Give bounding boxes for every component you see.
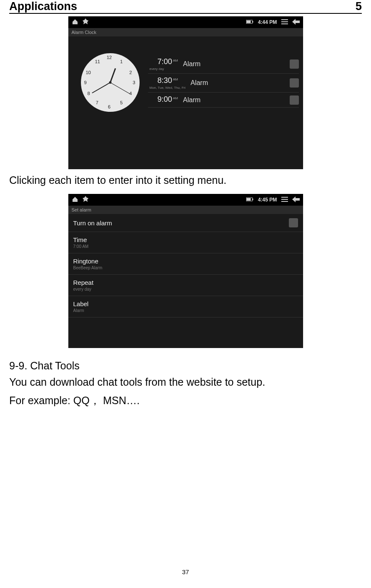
alarm-ampm: AM xyxy=(173,77,178,81)
svg-rect-7 xyxy=(252,199,253,200)
alarm-repeat: Mon, Tue, Wed, Thu, Fri xyxy=(148,86,186,90)
svg-rect-2 xyxy=(246,21,251,23)
chapter-number: 5 xyxy=(355,0,362,13)
home-icon[interactable] xyxy=(72,196,78,204)
clock-num-7: 7 xyxy=(96,100,99,105)
menu-icon[interactable] xyxy=(281,19,288,26)
setting-ringtone[interactable]: Ringtone BeeBeep Alarm xyxy=(68,253,303,275)
alarm-checkbox[interactable] xyxy=(290,78,299,88)
alarm-row[interactable]: 9:00AM Alarm xyxy=(148,93,299,108)
alarm-label: Alarm xyxy=(190,79,289,87)
setting-label: Label xyxy=(73,300,89,307)
alarm-time: 9:00 xyxy=(157,95,172,103)
setting-time[interactable]: Time 7:00 AM xyxy=(68,232,303,253)
setting-repeat[interactable]: Repeat every day xyxy=(68,275,303,296)
alarm-row[interactable]: 8:30AM Mon, Tue, Wed, Thu, Fri Alarm xyxy=(148,74,299,93)
svg-rect-1 xyxy=(252,21,253,23)
section-heading: 9-9. Chat Tools xyxy=(9,360,362,372)
body-paragraph: For example: QQ， MSN…. xyxy=(9,393,362,409)
setting-label: Repeat xyxy=(73,279,93,286)
back-icon[interactable] xyxy=(292,19,300,26)
clock-num-10: 10 xyxy=(86,70,91,75)
analog-clock: 12 1 2 3 4 5 6 7 8 9 10 11 xyxy=(81,53,140,112)
screenshot-alarm-clock: 4:44 PM Alarm Clock 12 1 2 3 4 5 6 7 8 9… xyxy=(68,16,303,169)
svg-rect-3 xyxy=(281,19,288,20)
svg-rect-11 xyxy=(281,201,288,202)
page-number: 37 xyxy=(0,568,371,575)
screenshot-set-alarm: 4:45 PM Set alarm Turn on alarm Time 7:0… xyxy=(68,194,303,348)
clock-num-8: 8 xyxy=(88,91,90,96)
svg-rect-5 xyxy=(281,23,288,24)
body-paragraph: You can download chat tools from the web… xyxy=(9,374,362,390)
alarm-repeat: every day xyxy=(148,67,178,71)
setting-label-row[interactable]: Label Alarm xyxy=(68,296,303,317)
clock-num-3: 3 xyxy=(133,80,135,85)
status-time: 4:44 PM xyxy=(258,19,277,25)
alarm-checkbox[interactable] xyxy=(290,59,299,69)
alarm-ampm: AM xyxy=(173,59,178,62)
setting-value: 7:00 AM xyxy=(73,244,89,249)
alarm-label: Alarm xyxy=(183,60,290,68)
setting-turn-on-alarm[interactable]: Turn on alarm xyxy=(68,214,303,232)
clock-num-12: 12 xyxy=(107,55,112,60)
section-number: 9-9. xyxy=(9,360,27,371)
clock-num-6: 6 xyxy=(108,104,111,109)
alarm-toggle-checkbox[interactable] xyxy=(289,218,298,227)
battery-icon xyxy=(246,197,254,203)
clock-num-9: 9 xyxy=(84,80,87,85)
page-title: Applications xyxy=(9,0,77,13)
setting-label: Turn on alarm xyxy=(73,219,112,227)
screen-title: Alarm Clock xyxy=(68,28,303,36)
setting-label: Time xyxy=(73,236,89,243)
alarm-row[interactable]: 7:00AM every day Alarm xyxy=(148,55,299,74)
battery-icon xyxy=(246,19,254,25)
svg-rect-4 xyxy=(281,21,288,22)
alarm-label: Alarm xyxy=(183,96,290,104)
svg-rect-8 xyxy=(246,198,251,201)
widget-icon[interactable] xyxy=(83,18,88,26)
alarm-ampm: AM xyxy=(173,96,178,100)
status-time: 4:45 PM xyxy=(258,197,277,203)
widget-icon[interactable] xyxy=(83,196,88,204)
clock-num-11: 11 xyxy=(95,59,100,64)
menu-icon[interactable] xyxy=(281,197,288,203)
status-bar: 4:45 PM xyxy=(68,194,303,206)
setting-label: Ringtone xyxy=(73,258,103,265)
svg-rect-9 xyxy=(281,197,288,198)
back-icon[interactable] xyxy=(292,196,300,204)
clock-num-2: 2 xyxy=(130,70,132,75)
setting-value: Alarm xyxy=(73,308,89,313)
screen-title: Set alarm xyxy=(68,206,303,214)
caption-text: Clicking each item to enter into it sett… xyxy=(9,174,362,186)
setting-value: BeeBeep Alarm xyxy=(73,266,103,270)
alarm-checkbox[interactable] xyxy=(290,95,299,105)
status-bar: 4:44 PM xyxy=(68,16,303,28)
alarm-time: 7:00 xyxy=(157,57,172,66)
clock-num-1: 1 xyxy=(120,59,123,64)
alarm-time: 8:30 xyxy=(157,76,172,85)
home-icon[interactable] xyxy=(72,18,78,26)
section-title: Chat Tools xyxy=(30,360,80,371)
svg-rect-10 xyxy=(281,199,288,200)
clock-num-5: 5 xyxy=(120,100,123,105)
setting-value: every day xyxy=(73,287,93,291)
